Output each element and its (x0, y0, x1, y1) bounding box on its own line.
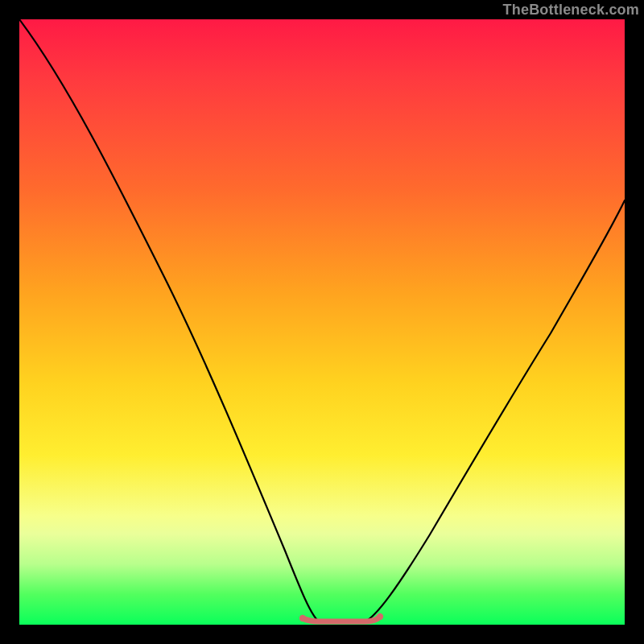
bottleneck-curve (19, 19, 625, 621)
valley-marker-left-cap (299, 615, 306, 621)
plot-area (19, 19, 625, 625)
chart-frame: TheBottleneck.com (0, 0, 644, 644)
curve-layer (19, 19, 625, 625)
valley-marker-right-cap (377, 613, 383, 620)
watermark-text: TheBottleneck.com (503, 2, 639, 19)
